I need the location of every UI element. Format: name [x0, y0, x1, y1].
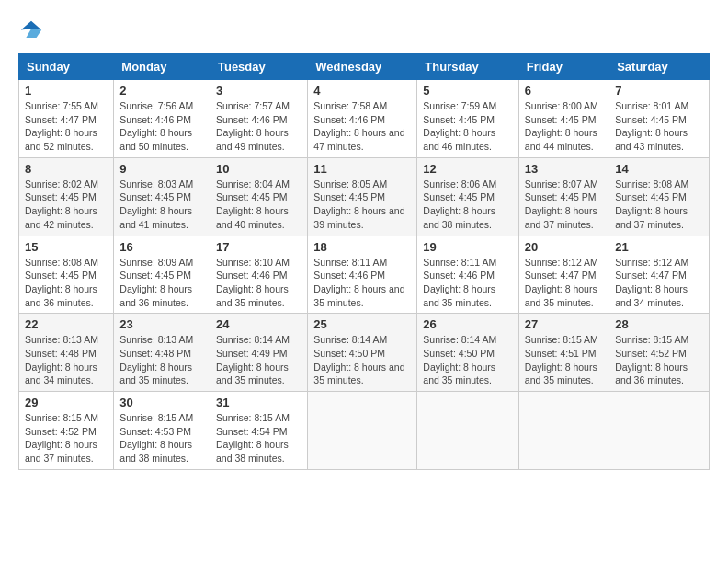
- calendar-day-31: 31Sunrise: 8:15 AMSunset: 4:54 PMDayligh…: [210, 392, 307, 470]
- calendar-day-21: 21Sunrise: 8:12 AMSunset: 4:47 PMDayligh…: [609, 236, 710, 314]
- calendar-week-4: 22Sunrise: 8:13 AMSunset: 4:48 PMDayligh…: [19, 314, 710, 392]
- column-header-friday: Friday: [518, 54, 609, 80]
- calendar-day-15: 15Sunrise: 8:08 AMSunset: 4:45 PMDayligh…: [19, 236, 114, 314]
- calendar-day-2: 2Sunrise: 7:56 AMSunset: 4:46 PMDaylight…: [114, 80, 210, 158]
- column-header-saturday: Saturday: [609, 54, 710, 80]
- column-header-thursday: Thursday: [417, 54, 519, 80]
- column-header-tuesday: Tuesday: [210, 54, 307, 80]
- calendar-day-10: 10Sunrise: 8:04 AMSunset: 4:45 PMDayligh…: [210, 157, 307, 236]
- calendar-day-20: 20Sunrise: 8:12 AMSunset: 4:47 PMDayligh…: [518, 236, 609, 314]
- calendar-day-30: 30Sunrise: 8:15 AMSunset: 4:53 PMDayligh…: [114, 392, 210, 470]
- calendar-day-28: 28Sunrise: 8:15 AMSunset: 4:52 PMDayligh…: [609, 314, 710, 392]
- calendar-day-27: 27Sunrise: 8:15 AMSunset: 4:51 PMDayligh…: [518, 314, 609, 392]
- calendar-day-3: 3Sunrise: 7:57 AMSunset: 4:46 PMDaylight…: [210, 80, 307, 158]
- calendar-day-13: 13Sunrise: 8:07 AMSunset: 4:45 PMDayligh…: [518, 157, 609, 236]
- calendar-day-12: 12Sunrise: 8:06 AMSunset: 4:45 PMDayligh…: [417, 157, 519, 236]
- calendar-day-26: 26Sunrise: 8:14 AMSunset: 4:50 PMDayligh…: [417, 314, 519, 392]
- calendar-day-19: 19Sunrise: 8:11 AMSunset: 4:46 PMDayligh…: [417, 236, 519, 314]
- calendar-header-row: SundayMondayTuesdayWednesdayThursdayFrid…: [19, 54, 710, 80]
- calendar-day-4: 4Sunrise: 7:58 AMSunset: 4:46 PMDaylight…: [308, 80, 417, 158]
- calendar-week-1: 1Sunrise: 7:55 AMSunset: 4:47 PMDaylight…: [19, 80, 710, 158]
- calendar-day-23: 23Sunrise: 8:13 AMSunset: 4:48 PMDayligh…: [114, 314, 210, 392]
- calendar-empty-cell: [609, 392, 710, 470]
- logo-icon: [18, 18, 44, 44]
- column-header-monday: Monday: [114, 54, 210, 80]
- calendar-empty-cell: [518, 392, 609, 470]
- calendar-week-5: 29Sunrise: 8:15 AMSunset: 4:52 PMDayligh…: [19, 392, 710, 470]
- calendar-day-1: 1Sunrise: 7:55 AMSunset: 4:47 PMDaylight…: [19, 80, 114, 158]
- calendar-table: SundayMondayTuesdayWednesdayThursdayFrid…: [18, 53, 710, 470]
- calendar-day-17: 17Sunrise: 8:10 AMSunset: 4:46 PMDayligh…: [210, 236, 307, 314]
- calendar-day-9: 9Sunrise: 8:03 AMSunset: 4:45 PMDaylight…: [114, 157, 210, 236]
- calendar-day-25: 25Sunrise: 8:14 AMSunset: 4:50 PMDayligh…: [308, 314, 417, 392]
- calendar-empty-cell: [308, 392, 417, 470]
- calendar-day-18: 18Sunrise: 8:11 AMSunset: 4:46 PMDayligh…: [308, 236, 417, 314]
- logo: [18, 18, 48, 44]
- svg-marker-1: [26, 29, 41, 38]
- calendar-day-16: 16Sunrise: 8:09 AMSunset: 4:45 PMDayligh…: [114, 236, 210, 314]
- calendar-day-22: 22Sunrise: 8:13 AMSunset: 4:48 PMDayligh…: [19, 314, 114, 392]
- calendar-day-24: 24Sunrise: 8:14 AMSunset: 4:49 PMDayligh…: [210, 314, 307, 392]
- calendar-empty-cell: [417, 392, 519, 470]
- calendar-day-6: 6Sunrise: 8:00 AMSunset: 4:45 PMDaylight…: [518, 80, 609, 158]
- calendar-day-7: 7Sunrise: 8:01 AMSunset: 4:45 PMDaylight…: [609, 80, 710, 158]
- calendar-week-2: 8Sunrise: 8:02 AMSunset: 4:45 PMDaylight…: [19, 157, 710, 236]
- column-header-wednesday: Wednesday: [308, 54, 417, 80]
- calendar-day-8: 8Sunrise: 8:02 AMSunset: 4:45 PMDaylight…: [19, 157, 114, 236]
- calendar-day-29: 29Sunrise: 8:15 AMSunset: 4:52 PMDayligh…: [19, 392, 114, 470]
- page-header: [18, 18, 710, 44]
- calendar-day-5: 5Sunrise: 7:59 AMSunset: 4:45 PMDaylight…: [417, 80, 519, 158]
- column-header-sunday: Sunday: [19, 54, 114, 80]
- calendar-day-11: 11Sunrise: 8:05 AMSunset: 4:45 PMDayligh…: [308, 157, 417, 236]
- calendar-week-3: 15Sunrise: 8:08 AMSunset: 4:45 PMDayligh…: [19, 236, 710, 314]
- svg-marker-0: [21, 21, 41, 30]
- calendar-day-14: 14Sunrise: 8:08 AMSunset: 4:45 PMDayligh…: [609, 157, 710, 236]
